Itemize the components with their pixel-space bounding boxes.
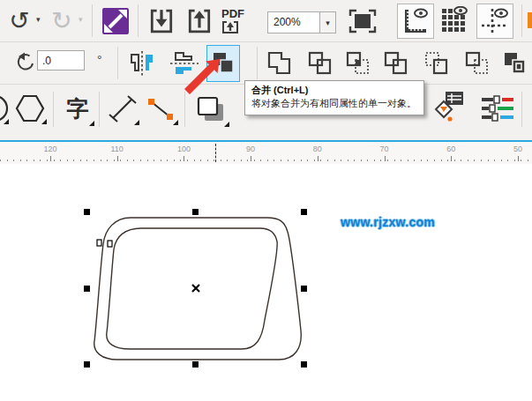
polygon-tool[interactable] xyxy=(11,91,49,126)
front-minus-back-button[interactable] xyxy=(379,48,413,78)
watermark-text: www.rjzxw.com xyxy=(341,215,435,229)
color-sliders-button[interactable] xyxy=(478,92,517,125)
undo-icon: ↺ xyxy=(9,6,29,35)
ruler-label: 100 xyxy=(177,145,191,153)
intersect-icon xyxy=(306,50,334,77)
selection-handle[interactable] xyxy=(84,286,90,292)
create-boundary-button[interactable] xyxy=(498,48,532,78)
drop-shadow-tool[interactable] xyxy=(191,92,231,129)
ruler-label: 120 xyxy=(43,145,56,153)
trim-icon xyxy=(266,50,294,77)
text-tool[interactable]: 字 xyxy=(59,89,96,128)
import-button[interactable] xyxy=(146,5,177,37)
mirror-horizontal-button[interactable] xyxy=(124,48,160,78)
create-boundary-icon xyxy=(501,50,529,77)
ruler-label: 70 xyxy=(379,145,388,153)
curve-node-marker[interactable] xyxy=(97,240,101,246)
ruler-label: 90 xyxy=(246,145,255,153)
selection-handle[interactable] xyxy=(301,286,307,292)
export-button[interactable] xyxy=(184,5,215,37)
rotation-angle-input[interactable]: .0 xyxy=(37,50,85,71)
separator xyxy=(257,47,258,79)
drawing-canvas[interactable] xyxy=(0,164,532,401)
text-tool-glyph: 字 xyxy=(67,94,89,123)
show-grid-toggle[interactable] xyxy=(437,4,472,37)
redo-button[interactable]: ↻ xyxy=(48,5,76,35)
horizontal-ruler[interactable]: 1201101009080706050 xyxy=(0,142,532,164)
clipped-toolbar-icon xyxy=(528,12,532,28)
tooltip: 合并 (Ctrl+L) 将对象合并为有相同属性的单一对象。 xyxy=(244,80,424,115)
inner-contour-path[interactable] xyxy=(107,228,277,349)
separator xyxy=(99,92,100,127)
ruler-major-tick xyxy=(385,156,386,161)
grid-eye-icon xyxy=(439,6,469,34)
app-window: ↺ ▾ ↻ ▾ xyxy=(0,0,532,401)
annotation-arrow xyxy=(175,51,224,97)
undo-dropdown-caret[interactable]: ▾ xyxy=(36,15,41,24)
fill-tool-icon xyxy=(433,90,465,125)
ruler-label: 110 xyxy=(111,145,124,153)
selection-handle[interactable] xyxy=(301,361,307,368)
degree-symbol: ° xyxy=(97,53,102,67)
back-minus-front-button[interactable] xyxy=(420,48,453,78)
redo-icon: ↻ xyxy=(51,6,71,35)
ruler-label: 80 xyxy=(313,145,322,153)
zoom-level-combobox[interactable]: 200% ▾ xyxy=(267,11,336,33)
ruler-major-tick xyxy=(50,156,51,161)
ruler-major-tick xyxy=(117,156,118,161)
selection-handle[interactable] xyxy=(301,209,307,215)
dimension-icon xyxy=(108,94,138,124)
selection-handle[interactable] xyxy=(84,361,90,368)
simplify-icon xyxy=(344,50,372,77)
separator xyxy=(92,4,93,37)
guidelines-eye-icon xyxy=(480,7,510,35)
pdf-label: PDF xyxy=(221,8,244,20)
selection-handle[interactable] xyxy=(192,209,199,215)
separator xyxy=(521,4,522,37)
fullscreen-preview-icon xyxy=(348,8,377,34)
separator xyxy=(53,92,54,127)
ruler-major-tick xyxy=(518,156,519,161)
ruler-label: 50 xyxy=(513,145,522,153)
ruler-major-tick xyxy=(451,156,452,161)
tooltip-description: 将对象合并为有相同属性的单一对象。 xyxy=(251,97,416,110)
ruler-major-tick xyxy=(184,156,184,161)
interactive-fill-tool[interactable] xyxy=(431,88,467,127)
intersect-button[interactable] xyxy=(303,48,337,78)
zoom-level-value: 200% xyxy=(268,12,319,33)
trim-button[interactable] xyxy=(263,48,296,78)
mirror-horizontal-icon xyxy=(127,50,157,77)
undo-button[interactable]: ↺ xyxy=(5,5,34,35)
hexagon-icon xyxy=(13,93,47,124)
ruler-major-tick xyxy=(251,156,251,161)
dimension-tool[interactable] xyxy=(104,92,141,127)
publish-pdf-button[interactable]: PDF xyxy=(221,4,259,39)
color-sliders-icon xyxy=(480,94,515,123)
separator xyxy=(184,92,185,127)
separator xyxy=(521,92,522,127)
front-minus-back-icon xyxy=(382,50,410,77)
selection-handle[interactable] xyxy=(84,209,90,215)
snap-icon xyxy=(101,7,130,35)
rotation-angle-icon xyxy=(12,50,37,75)
ellipse-tool-partial[interactable] xyxy=(0,91,11,126)
snap-toggle-button[interactable] xyxy=(101,6,131,36)
object-center-x-marker[interactable] xyxy=(192,285,199,292)
ruler-major-tick xyxy=(318,156,318,161)
ruler-position-marker xyxy=(215,144,216,162)
redo-dropdown-caret[interactable]: ▾ xyxy=(79,15,83,24)
curve-node-marker[interactable] xyxy=(108,241,112,247)
back-minus-front-icon xyxy=(423,50,451,77)
ruler-eye-icon xyxy=(401,7,431,35)
connector-icon xyxy=(145,94,176,124)
fullscreen-preview-button[interactable] xyxy=(346,5,379,37)
selection-handle[interactable] xyxy=(192,361,199,368)
connector-tool[interactable] xyxy=(141,92,180,127)
show-rulers-toggle[interactable] xyxy=(397,4,434,39)
remove-front-button[interactable] xyxy=(461,48,494,78)
tooltip-title: 合并 (Ctrl+L) xyxy=(251,84,416,97)
zoom-dropdown-button[interactable]: ▾ xyxy=(319,12,335,33)
separator xyxy=(138,4,139,37)
show-guidelines-toggle[interactable] xyxy=(476,4,513,39)
simplify-button[interactable] xyxy=(341,48,375,78)
